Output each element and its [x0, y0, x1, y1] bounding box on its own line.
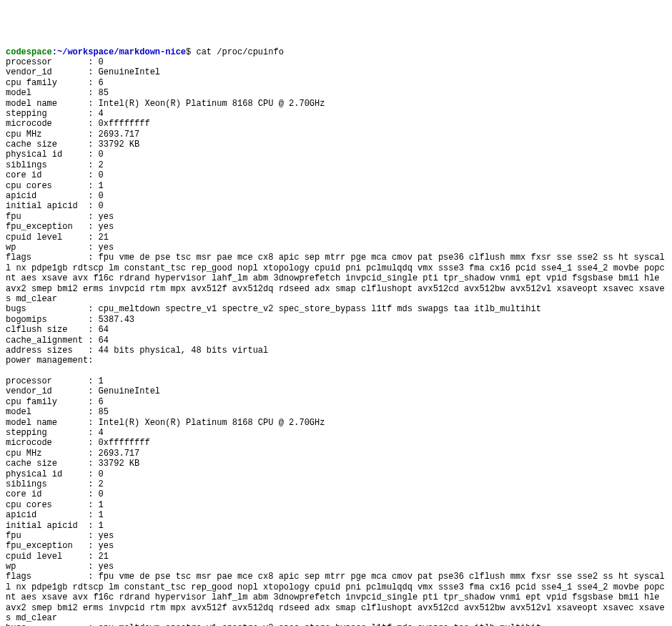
- command-text: cat /proc/cpuinfo: [196, 47, 283, 57]
- prompt-path: ~/workspace/markdown-nice: [57, 47, 186, 57]
- command-output: processor : 0 vendor_id : GenuineIntel c…: [6, 57, 666, 626]
- prompt-user: codespace: [6, 47, 52, 57]
- prompt-separator: :: [52, 47, 57, 57]
- prompt-symbol: $: [186, 47, 191, 57]
- terminal[interactable]: codespace:~/workspace/markdown-nice$ cat…: [6, 47, 666, 626]
